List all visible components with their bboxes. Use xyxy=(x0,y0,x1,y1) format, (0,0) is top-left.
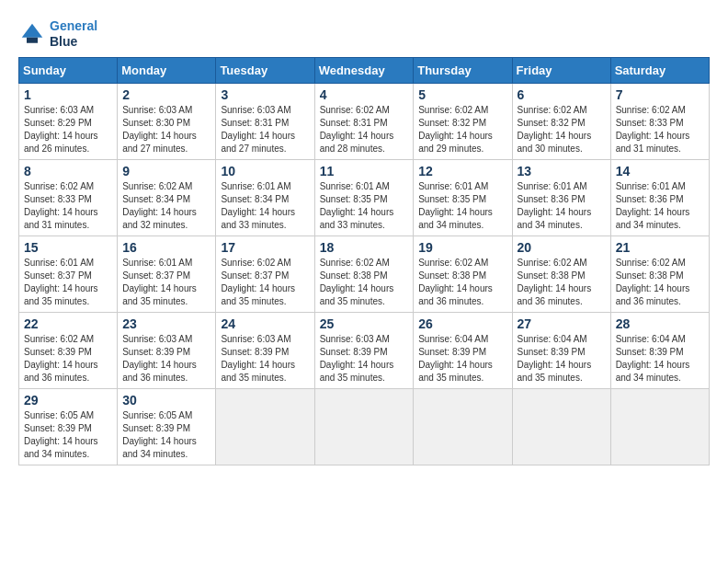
calendar-cell: 12Sunrise: 6:01 AM Sunset: 8:35 PM Dayli… xyxy=(414,159,512,236)
day-info: Sunrise: 6:01 AM Sunset: 8:34 PM Dayligh… xyxy=(221,180,309,232)
day-number: 9 xyxy=(122,164,210,178)
calendar-cell: 10Sunrise: 6:01 AM Sunset: 8:34 PM Dayli… xyxy=(216,159,314,236)
calendar-cell: 30Sunrise: 6:05 AM Sunset: 8:39 PM Dayli… xyxy=(118,388,216,465)
day-number: 2 xyxy=(122,87,210,102)
day-number: 29 xyxy=(24,393,112,408)
weekday-tuesday: Tuesday xyxy=(216,57,314,83)
calendar-cell: 24Sunrise: 6:03 AM Sunset: 8:39 PM Dayli… xyxy=(216,312,314,388)
day-number: 21 xyxy=(616,240,704,255)
calendar-cell: 29Sunrise: 6:05 AM Sunset: 8:39 PM Dayli… xyxy=(19,388,118,465)
calendar-cell: 2Sunrise: 6:03 AM Sunset: 8:30 PM Daylig… xyxy=(118,83,216,159)
calendar-cell: 19Sunrise: 6:02 AM Sunset: 8:38 PM Dayli… xyxy=(414,236,512,312)
day-info: Sunrise: 6:01 AM Sunset: 8:37 PM Dayligh… xyxy=(122,257,210,308)
calendar-cell: 27Sunrise: 6:04 AM Sunset: 8:39 PM Dayli… xyxy=(512,312,610,388)
day-number: 7 xyxy=(616,87,704,102)
day-info: Sunrise: 6:02 AM Sunset: 8:38 PM Dayligh… xyxy=(616,257,704,308)
calendar-cell: 13Sunrise: 6:01 AM Sunset: 8:36 PM Dayli… xyxy=(512,159,610,236)
day-info: Sunrise: 6:04 AM Sunset: 8:39 PM Dayligh… xyxy=(518,333,606,385)
day-info: Sunrise: 6:01 AM Sunset: 8:35 PM Dayligh… xyxy=(418,180,506,232)
day-number: 28 xyxy=(616,316,704,331)
day-number: 19 xyxy=(418,240,506,255)
weekday-monday: Monday xyxy=(118,57,216,83)
day-number: 16 xyxy=(122,240,210,255)
day-number: 23 xyxy=(122,316,210,331)
day-info: Sunrise: 6:05 AM Sunset: 8:39 PM Dayligh… xyxy=(122,409,210,461)
day-number: 11 xyxy=(320,164,409,178)
logo: GeneralBlue xyxy=(18,18,97,50)
day-info: Sunrise: 6:01 AM Sunset: 8:36 PM Dayligh… xyxy=(518,180,606,232)
calendar-table: SundayMondayTuesdayWednesdayThursdayFrid… xyxy=(18,57,710,465)
day-number: 5 xyxy=(418,87,506,102)
calendar-week-4: 22Sunrise: 6:02 AM Sunset: 8:39 PM Dayli… xyxy=(19,312,710,388)
calendar-cell: 1Sunrise: 6:03 AM Sunset: 8:29 PM Daylig… xyxy=(19,83,118,159)
day-number: 18 xyxy=(320,240,409,255)
day-info: Sunrise: 6:02 AM Sunset: 8:31 PM Dayligh… xyxy=(320,104,409,155)
calendar-week-1: 1Sunrise: 6:03 AM Sunset: 8:29 PM Daylig… xyxy=(19,83,710,159)
calendar-cell: 17Sunrise: 6:02 AM Sunset: 8:37 PM Dayli… xyxy=(216,236,314,312)
day-number: 17 xyxy=(221,240,309,255)
calendar-cell: 9Sunrise: 6:02 AM Sunset: 8:34 PM Daylig… xyxy=(118,159,216,236)
calendar-cell: 21Sunrise: 6:02 AM Sunset: 8:38 PM Dayli… xyxy=(610,236,709,312)
day-number: 30 xyxy=(122,393,210,408)
day-info: Sunrise: 6:03 AM Sunset: 8:29 PM Dayligh… xyxy=(24,104,112,155)
day-number: 27 xyxy=(518,316,606,331)
day-info: Sunrise: 6:04 AM Sunset: 8:39 PM Dayligh… xyxy=(616,333,704,385)
day-info: Sunrise: 6:03 AM Sunset: 8:30 PM Dayligh… xyxy=(122,104,210,155)
calendar-cell: 23Sunrise: 6:03 AM Sunset: 8:39 PM Dayli… xyxy=(118,312,216,388)
calendar-cell xyxy=(414,388,512,465)
day-info: Sunrise: 6:05 AM Sunset: 8:39 PM Dayligh… xyxy=(24,409,112,461)
day-number: 1 xyxy=(24,87,112,102)
calendar-cell: 18Sunrise: 6:02 AM Sunset: 8:38 PM Dayli… xyxy=(314,236,414,312)
svg-rect-1 xyxy=(27,38,38,43)
day-info: Sunrise: 6:02 AM Sunset: 8:32 PM Dayligh… xyxy=(418,104,506,155)
weekday-thursday: Thursday xyxy=(414,57,512,83)
logo-icon xyxy=(18,20,46,48)
day-info: Sunrise: 6:02 AM Sunset: 8:38 PM Dayligh… xyxy=(320,257,409,308)
day-number: 4 xyxy=(320,87,409,102)
day-number: 26 xyxy=(418,316,506,331)
day-info: Sunrise: 6:01 AM Sunset: 8:35 PM Dayligh… xyxy=(320,180,409,232)
calendar-cell: 3Sunrise: 6:03 AM Sunset: 8:31 PM Daylig… xyxy=(216,83,314,159)
day-info: Sunrise: 6:03 AM Sunset: 8:39 PM Dayligh… xyxy=(320,333,409,385)
day-number: 14 xyxy=(616,164,704,178)
day-info: Sunrise: 6:03 AM Sunset: 8:39 PM Dayligh… xyxy=(122,333,210,385)
day-info: Sunrise: 6:02 AM Sunset: 8:39 PM Dayligh… xyxy=(24,333,112,385)
weekday-friday: Friday xyxy=(512,57,610,83)
weekday-wednesday: Wednesday xyxy=(314,57,414,83)
day-number: 8 xyxy=(24,164,112,178)
day-info: Sunrise: 6:01 AM Sunset: 8:36 PM Dayligh… xyxy=(616,180,704,232)
day-number: 25 xyxy=(320,316,409,331)
calendar-cell: 16Sunrise: 6:01 AM Sunset: 8:37 PM Dayli… xyxy=(118,236,216,312)
day-number: 24 xyxy=(221,316,309,331)
calendar-body: 1Sunrise: 6:03 AM Sunset: 8:29 PM Daylig… xyxy=(19,83,710,465)
weekday-saturday: Saturday xyxy=(610,57,709,83)
day-info: Sunrise: 6:02 AM Sunset: 8:33 PM Dayligh… xyxy=(24,180,112,232)
calendar-week-3: 15Sunrise: 6:01 AM Sunset: 8:37 PM Dayli… xyxy=(19,236,710,312)
page-header: GeneralBlue xyxy=(18,18,710,50)
day-info: Sunrise: 6:03 AM Sunset: 8:39 PM Dayligh… xyxy=(221,333,309,385)
calendar-cell xyxy=(610,388,709,465)
calendar-cell: 8Sunrise: 6:02 AM Sunset: 8:33 PM Daylig… xyxy=(19,159,118,236)
day-info: Sunrise: 6:03 AM Sunset: 8:31 PM Dayligh… xyxy=(221,104,309,155)
calendar-cell: 15Sunrise: 6:01 AM Sunset: 8:37 PM Dayli… xyxy=(19,236,118,312)
calendar-week-5: 29Sunrise: 6:05 AM Sunset: 8:39 PM Dayli… xyxy=(19,388,710,465)
day-number: 20 xyxy=(518,240,606,255)
calendar-cell xyxy=(512,388,610,465)
weekday-sunday: Sunday xyxy=(19,57,118,83)
calendar-week-2: 8Sunrise: 6:02 AM Sunset: 8:33 PM Daylig… xyxy=(19,159,710,236)
calendar-cell: 4Sunrise: 6:02 AM Sunset: 8:31 PM Daylig… xyxy=(314,83,414,159)
calendar-cell: 22Sunrise: 6:02 AM Sunset: 8:39 PM Dayli… xyxy=(19,312,118,388)
svg-marker-0 xyxy=(22,24,43,38)
day-info: Sunrise: 6:02 AM Sunset: 8:38 PM Dayligh… xyxy=(518,257,606,308)
logo-text: GeneralBlue xyxy=(50,18,97,50)
day-info: Sunrise: 6:04 AM Sunset: 8:39 PM Dayligh… xyxy=(418,333,506,385)
day-info: Sunrise: 6:02 AM Sunset: 8:37 PM Dayligh… xyxy=(221,257,309,308)
day-number: 15 xyxy=(24,240,112,255)
calendar-cell: 25Sunrise: 6:03 AM Sunset: 8:39 PM Dayli… xyxy=(314,312,414,388)
day-number: 22 xyxy=(24,316,112,331)
day-info: Sunrise: 6:02 AM Sunset: 8:38 PM Dayligh… xyxy=(418,257,506,308)
day-info: Sunrise: 6:02 AM Sunset: 8:34 PM Dayligh… xyxy=(122,180,210,232)
calendar-cell: 26Sunrise: 6:04 AM Sunset: 8:39 PM Dayli… xyxy=(414,312,512,388)
calendar-header-row: SundayMondayTuesdayWednesdayThursdayFrid… xyxy=(19,57,710,83)
calendar-cell: 5Sunrise: 6:02 AM Sunset: 8:32 PM Daylig… xyxy=(414,83,512,159)
